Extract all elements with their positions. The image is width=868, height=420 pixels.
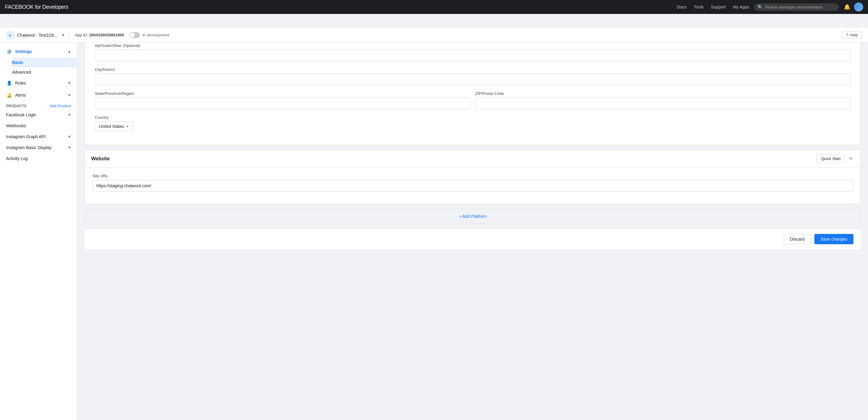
sidebar-webhooks-label: Webhooks [6,123,26,128]
state-zip-row: State/Province/Region ZIP/Postal Code [95,91,851,115]
country-field-group: Country United States ▼ [95,115,851,131]
zip-field-group: ZIP/Postal Code [475,91,851,109]
add-product-link[interactable]: Add Product [50,103,71,108]
notifications-icon[interactable]: 🔔 [844,4,850,10]
alerts-chevron-icon: ▼ [67,93,71,97]
state-label: State/Province/Region [95,91,470,96]
app-svg-icon: ⚙ [7,32,13,38]
website-header-actions: Quick Start × [816,154,855,163]
help-button[interactable]: ? Help [842,31,862,39]
sidebar-item-basic[interactable]: Basic [12,58,77,67]
site-url-input[interactable] [92,180,853,191]
nav-docs[interactable]: Docs [677,4,687,9]
sidebar-alerts-label: Alerts [15,93,26,97]
website-close-button[interactable]: × [847,155,855,162]
toggle-switch[interactable] [129,32,140,38]
settings-submenu: Basic Advanced [0,58,77,77]
apt-label: Apt/Suite/Other (Optional) [95,43,851,48]
sidebar-settings-label: Settings [15,49,32,54]
footer-actions: Discard Save changes [85,229,861,249]
help-label: Help [850,33,858,37]
products-label: Products [6,104,26,108]
country-value: United States [99,124,124,129]
app-name: Chatwoot - Test1(St... [17,33,58,37]
alerts-icon: 🔔 [6,92,12,98]
sidebar-roles-parent[interactable]: 👤 Roles ▼ [0,77,77,89]
nav-icons: 🔔 [844,2,863,11]
settings-icon: ⚙️ [6,49,12,55]
country-chevron-icon: ▼ [126,125,129,128]
app-id-label: App ID: 2904329029881900 [75,33,124,37]
app-id-value: 2904329029881900 [89,33,124,37]
sidebar-instagram-graph-label: Instagram Graph API [6,134,46,139]
nav-tools[interactable]: Tools [694,4,704,9]
city-input[interactable] [95,73,851,85]
address-card: Apt/Suite/Other (Optional) City/District… [85,36,861,145]
development-toggle[interactable]: In development [129,32,169,38]
sidebar-item-advanced[interactable]: Advanced [12,67,77,77]
instagram-basic-chevron-icon: ▼ [67,146,71,150]
apt-input[interactable] [95,50,851,61]
svg-text:⚙: ⚙ [8,33,11,37]
sidebar-instagram-basic-label: Instagram Basic Display [6,145,52,150]
app-selector[interactable]: ⚙ Chatwoot - Test1(St... ▼ [6,31,65,39]
brand-suffix: for Developers [34,4,68,10]
roles-chevron-icon: ▼ [67,81,71,85]
sidebar-settings-parent[interactable]: ⚙️ Settings ▲ [0,46,77,58]
save-button[interactable]: Save changes [814,234,854,244]
zip-label: ZIP/Postal Code [475,91,851,96]
brand-name: FACEBOOK [5,4,34,10]
sidebar-facebook-login[interactable]: Facebook Login ▼ [0,110,77,120]
settings-chevron-icon: ▲ [67,50,71,54]
site-url-field-group: Site URL [92,174,853,191]
zip-input[interactable] [475,97,851,109]
sub-navigation: ⚙ Chatwoot - Test1(St... ▼ App ID: 29043… [0,28,868,42]
app-id-prefix: App ID: [75,33,88,37]
site-url-label: Site URL [92,174,853,178]
avatar[interactable] [854,2,863,11]
country-select[interactable]: United States ▼ [95,121,133,131]
facebook-login-chevron-icon: ▼ [67,113,71,117]
sidebar-roles-label: Roles [15,81,26,86]
instagram-graph-chevron-icon: ▼ [67,134,71,139]
nav-support[interactable]: Support [711,4,726,9]
address-form: Apt/Suite/Other (Optional) City/District… [85,36,861,145]
city-label: City/District [95,67,851,72]
app-icon: ⚙ [6,31,14,39]
apt-field-group: Apt/Suite/Other (Optional) [95,43,851,61]
discard-button[interactable]: Discard [784,234,811,244]
website-card: Website Quick Start × Site URL [85,150,861,204]
search-bar[interactable]: 🔍 [754,3,839,11]
help-icon: ? [846,33,848,37]
state-field-group: State/Province/Region [95,91,470,109]
sidebar-item-webhooks[interactable]: Webhooks [0,120,77,131]
quick-start-button[interactable]: Quick Start [816,154,845,163]
app-chevron-icon: ▼ [61,33,65,37]
sidebar-instagram-graph[interactable]: Instagram Graph API ▼ [0,131,77,142]
country-label: Country [95,115,851,120]
sidebar-activity-log-label: Activity Log [6,156,28,161]
products-section-header: Products Add Product [0,101,77,110]
website-title: Website [91,156,110,161]
page-layout: 🏠 Dashboard ⚙️ Settings ▲ Basic Advanced… [0,29,868,420]
add-platform-button[interactable]: + Add Platform [85,209,861,224]
brand-logo: FACEBOOK for Developers [5,4,68,10]
sidebar-item-activity-log[interactable]: Activity Log [0,153,77,164]
website-section-header: Website Quick Start × [85,150,861,168]
sidebar: 🏠 Dashboard ⚙️ Settings ▲ Basic Advanced… [0,29,78,420]
nav-myapps[interactable]: My Apps [733,4,749,9]
sidebar-basic-label: Basic [12,60,23,65]
sidebar-instagram-basic[interactable]: Instagram Basic Display ▼ [0,142,77,153]
sidebar-advanced-label: Advanced [12,70,31,74]
nav-links: Docs Tools Support My Apps [677,4,749,9]
city-field-group: City/District [95,67,851,85]
search-input[interactable] [765,5,835,9]
top-navigation: FACEBOOK for Developers Docs Tools Suppo… [0,0,868,14]
search-icon: 🔍 [758,5,763,9]
toggle-label: In development [142,33,169,37]
roles-icon: 👤 [6,80,12,86]
sidebar-facebook-login-label: Facebook Login [6,113,36,117]
main-content: Apt/Suite/Other (Optional) City/District… [78,29,868,420]
sidebar-alerts-parent[interactable]: 🔔 Alerts ▼ [0,89,77,101]
state-input[interactable] [95,97,470,109]
